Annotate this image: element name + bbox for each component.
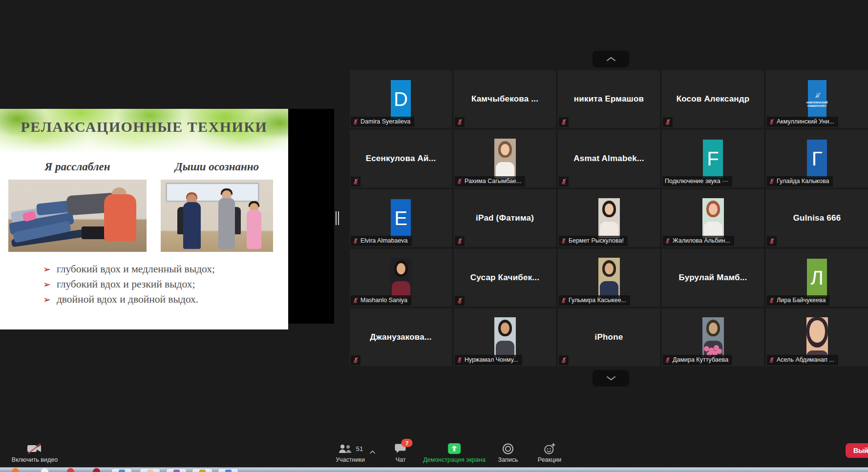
- participant-tile[interactable]: Mashanlo Saniya: [350, 249, 452, 307]
- muted-mic-indicator: [455, 117, 465, 127]
- participant-bottom-label: Подключение звука ···: [663, 176, 732, 186]
- record-button[interactable]: Запись: [498, 442, 518, 463]
- participant-letter-avatar: E: [391, 199, 411, 238]
- participant-name: Джанузакова...: [370, 332, 431, 342]
- chevron-up-icon: [606, 56, 616, 62]
- participant-tile[interactable]: Бермет Рыскулова!: [558, 189, 660, 247]
- participant-bottom-label: Рахима Сагымбае...: [455, 176, 525, 186]
- participant-tile[interactable]: Л Лира Байчукеева: [766, 249, 868, 307]
- participant-tile[interactable]: АКМУЛЛИНСКИЙУНИВЕРСИТЕТ Акмуллинский Уни…: [766, 70, 868, 128]
- grid-scroll-up-button[interactable]: [593, 51, 629, 67]
- chat-unread-badge: 7: [402, 439, 413, 447]
- taskbar-app-icon[interactable]: [111, 468, 132, 472]
- participant-letter-avatar: F: [703, 140, 723, 178]
- taskbar-app-icon[interactable]: [218, 468, 238, 472]
- participant-tile[interactable]: Рахима Сагымбае...: [454, 130, 556, 187]
- slide-green-leaf-banner: РЕЛАКСАЦИОННЫЕ ТЕХНИКИ: [0, 109, 288, 156]
- windows-taskbar[interactable]: [0, 467, 868, 472]
- slide-bullet: ➢глубокий вдох и резкий выдох;: [43, 278, 215, 293]
- pane-divider-handle[interactable]: [336, 211, 339, 225]
- chevron-down-icon: [606, 375, 616, 381]
- participant-tile[interactable]: Сусар Качибек...: [454, 249, 556, 307]
- participant-name: Косов Александр: [677, 94, 750, 104]
- muted-mic-indicator: [559, 117, 569, 127]
- taskbar-app-icon[interactable]: [166, 468, 187, 472]
- participant-name: Камчыбекова ...: [471, 94, 538, 104]
- participant-name: Есенкулова Ай...: [366, 154, 436, 164]
- muted-mic-indicator: [351, 177, 360, 186]
- participant-bottom-label: Mashanlo Saniya: [351, 295, 411, 306]
- participant-tile[interactable]: Косов Александр: [662, 70, 764, 128]
- muted-mic-icon: [769, 238, 775, 245]
- taskbar-app-icon[interactable]: [67, 468, 74, 472]
- muted-mic-icon: [769, 119, 775, 125]
- reactions-button[interactable]: Реакции: [538, 442, 561, 463]
- muted-mic-icon: [769, 178, 775, 185]
- participant-tile[interactable]: Камчыбекова ...: [454, 70, 556, 128]
- participant-name: никита Ермашов: [574, 94, 644, 104]
- muted-mic-icon: [769, 357, 775, 363]
- shared-presentation-slide: РЕЛАКСАЦИОННЫЕ ТЕХНИКИ Я расслабленДыши …: [0, 109, 288, 329]
- participant-bottom-label: Жалилова Альбин...: [663, 236, 734, 246]
- participant-tile[interactable]: Бурулай Мамб...: [662, 249, 764, 307]
- leave-meeting-button[interactable]: Выйти: [846, 443, 868, 458]
- participant-name: Бурулай Мамб...: [679, 273, 747, 283]
- participant-tile[interactable]: Гульмира Касыкее...: [558, 249, 660, 307]
- participant-tile[interactable]: Gulnisa 666: [766, 189, 868, 247]
- participants-button[interactable]: 51 Участники: [336, 442, 365, 463]
- taskbar-app-icon[interactable]: [140, 468, 160, 472]
- participant-letter-avatar: Л: [807, 259, 827, 297]
- participant-tile[interactable]: никита Ермашов: [558, 70, 660, 128]
- start-video-button[interactable]: Включить видео: [5, 442, 64, 463]
- video-off-icon: [26, 443, 43, 454]
- muted-mic-icon: [457, 297, 463, 304]
- participant-tile[interactable]: Асель Абдиманап ...: [766, 308, 868, 366]
- participant-photo-avatar: [598, 258, 620, 298]
- participant-tile[interactable]: iPhone: [558, 308, 660, 366]
- muted-mic-indicator: [767, 236, 777, 246]
- participant-photo-avatar: [390, 258, 412, 298]
- participant-bottom-label: Damira Syeralieva: [351, 117, 414, 127]
- participant-tile[interactable]: Есенкулова Ай...: [350, 130, 452, 187]
- muted-mic-icon: [457, 357, 463, 363]
- muted-mic-icon: [665, 119, 671, 125]
- taskbar-app-icon[interactable]: [93, 468, 100, 472]
- start-video-label: Включить видео: [12, 456, 58, 463]
- participant-tile[interactable]: D Damira Syeralieva: [350, 70, 452, 128]
- slide-column-heading: Дыши осознанно: [161, 161, 273, 173]
- participant-bottom-label: Акмуллинский Уни...: [767, 117, 838, 127]
- muted-mic-icon: [665, 238, 671, 244]
- taskbar-app-icon[interactable]: [41, 468, 48, 472]
- share-screen-button[interactable]: Демонстрация экрана: [423, 442, 486, 463]
- participant-letter-avatar: D: [391, 80, 411, 119]
- participant-tile[interactable]: Asmat Almabek...: [558, 130, 660, 187]
- participant-tile[interactable]: iPad (Фатима): [454, 189, 556, 247]
- participant-tile[interactable]: E Elvira Almabaeva: [350, 189, 452, 247]
- slide-bullet: ➢глубокий вдох и медленный выдох;: [43, 263, 215, 278]
- chat-button[interactable]: 7 Чат: [395, 442, 407, 463]
- slide-bullet: ➢двойной вдох и двойной выдох.: [43, 293, 215, 308]
- record-icon: [502, 443, 514, 455]
- participant-bottom-label: Бермет Рыскулова!: [559, 236, 628, 246]
- muted-mic-icon: [353, 178, 359, 185]
- taskbar-app-icon[interactable]: [12, 468, 19, 472]
- participant-tile[interactable]: Дамира Куттубаева: [662, 308, 764, 366]
- muted-mic-icon: [353, 297, 359, 304]
- participant-tile[interactable]: F Подключение звука ···: [662, 130, 764, 187]
- participant-tile[interactable]: Г Гулайда Калыкова: [766, 130, 868, 187]
- muted-mic-indicator: [455, 236, 465, 246]
- participants-expand-chevron[interactable]: [369, 447, 376, 456]
- participant-photo-avatar: [598, 198, 620, 238]
- swan-logo-icon: [812, 90, 822, 100]
- muted-mic-icon: [769, 297, 775, 304]
- grid-scroll-down-button[interactable]: [593, 370, 629, 387]
- participant-tile[interactable]: Джанузакова...: [350, 308, 452, 366]
- participant-tile[interactable]: Жалилова Альбин...: [662, 189, 764, 247]
- participant-bottom-label: Гулайда Калыкова: [767, 176, 833, 186]
- muted-mic-icon: [457, 178, 463, 185]
- participant-name: iPhone: [595, 332, 623, 342]
- taskbar-app-icon[interactable]: [192, 468, 212, 472]
- participant-bottom-label: Нуржамал Чонму...: [455, 355, 522, 365]
- chevron-up-icon: [369, 450, 376, 454]
- participant-tile[interactable]: Нуржамал Чонму...: [454, 308, 556, 366]
